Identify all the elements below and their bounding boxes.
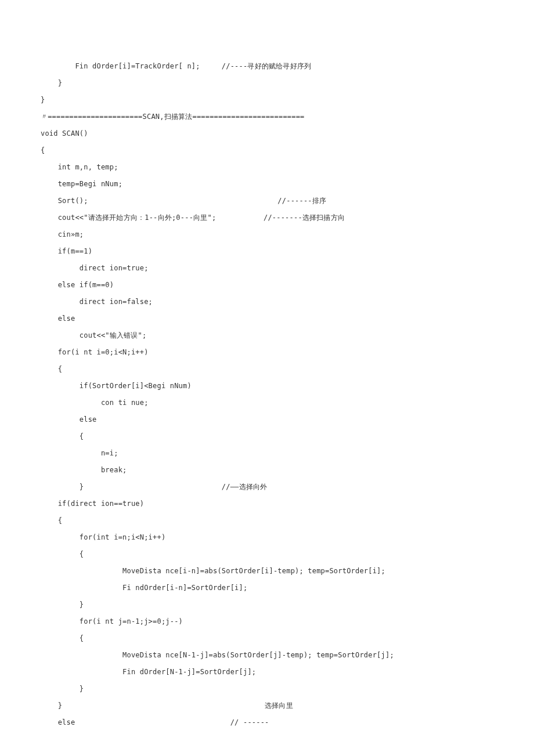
code-line: direct ion=false; (41, 294, 493, 310)
code-line: else if(m==0) (41, 277, 493, 294)
code-line: else // ------ (41, 714, 493, 731)
code-line: cin»m; (41, 226, 493, 243)
code-line: for(i nt i=0;i<N;i++) (41, 344, 493, 361)
code-line: if(direct ion==true) (41, 495, 493, 512)
code-line: } (41, 92, 493, 108)
code-line: Fin dOrder[i]=TrackOrder[ n]; //----寻好的赋… (41, 58, 493, 75)
code-line: else (41, 411, 493, 428)
code-line: cout<<"输入错误"; (41, 327, 493, 344)
code-line: con ti nue; (41, 395, 493, 411)
code-block: Fin dOrder[i]=TrackOrder[ n]; //----寻好的赋… (41, 58, 493, 731)
code-line: if(m==1) (41, 243, 493, 260)
code-line: } 选择向里 (41, 697, 493, 714)
code-line: } (41, 75, 493, 92)
code-line: { (41, 630, 493, 647)
code-line: break; (41, 462, 493, 479)
code-line: MoveDista nce[i-n]=abs(SortOrder[i]-temp… (41, 563, 493, 580)
code-line: { (41, 142, 493, 159)
code-line: for(i nt j=n-1;j>=0;j--) (41, 613, 493, 630)
code-line: void SCAN() (41, 125, 493, 142)
code-line: Sort(); //------排序 (41, 193, 493, 209)
code-line: { (41, 546, 493, 563)
code-line: { (41, 428, 493, 445)
document-page: Fin dOrder[i]=TrackOrder[ n]; //----寻好的赋… (0, 0, 534, 756)
code-line: temp=Begi nNum; (41, 176, 493, 193)
code-line: Fi ndOrder[i-n]=SortOrder[i]; (41, 580, 493, 596)
code-line: { (41, 512, 493, 529)
code-line: MoveDista nce[N-1-j]=abs(SortOrder[j]-te… (41, 647, 493, 664)
code-line: cout<<"请选择开始方向：1--向外;0---向里"; //-------选… (41, 209, 493, 226)
code-line: direct ion=true; (41, 260, 493, 277)
code-line: int m,n, temp; (41, 159, 493, 176)
code-line: for(int i=n;i<N;i++) (41, 529, 493, 546)
code-line: } (41, 596, 493, 613)
code-line: { (41, 361, 493, 378)
code-line: } (41, 681, 493, 697)
code-line: if(SortOrder[i]<Begi nNum) (41, 378, 493, 395)
code-line: } //——选择向外 (41, 479, 493, 495)
code-line: 〃======================SCAN,扫描算法========… (41, 108, 493, 125)
code-line: n=i; (41, 445, 493, 462)
code-line: Fin dOrder[N-1-j]=SortOrder[j]; (41, 664, 493, 681)
code-line: else (41, 310, 493, 327)
